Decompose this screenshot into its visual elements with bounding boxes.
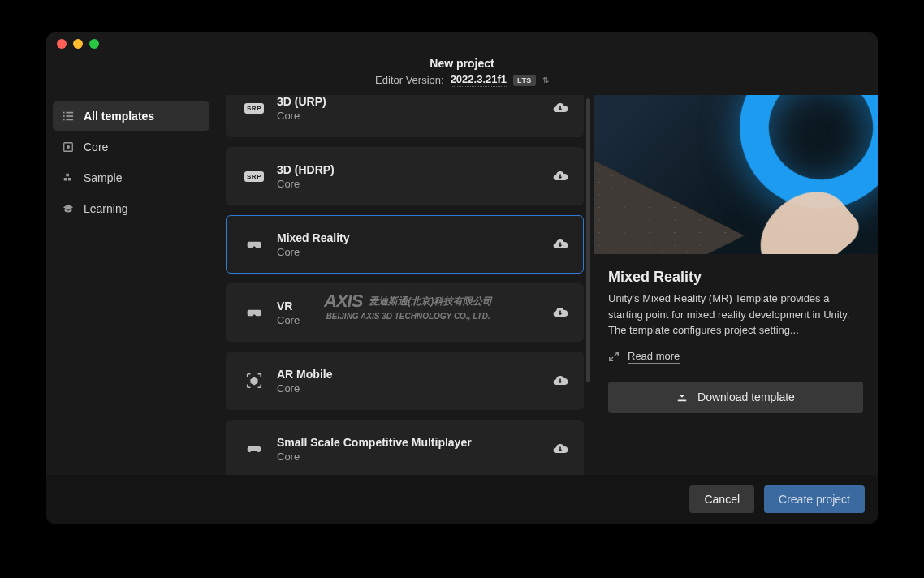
sidebar: All templates Core Sample Learning <box>46 95 216 475</box>
template-category: Core <box>277 314 552 326</box>
download-template-button[interactable]: Download template <box>608 382 863 413</box>
window-maximize-button[interactable] <box>89 39 99 49</box>
editor-version-selector[interactable]: Editor Version: 2022.3.21f1 LTS ⇅ <box>46 73 878 87</box>
square-dot-icon <box>63 141 74 153</box>
titlebar <box>46 32 878 55</box>
srp-icon: SRP <box>238 160 270 192</box>
template-category: Core <box>277 451 552 463</box>
template-title: 3D (HDRP) <box>277 163 552 176</box>
cloud-download-icon <box>552 304 568 321</box>
svg-rect-10 <box>68 178 71 181</box>
list-icon <box>63 110 74 122</box>
scrollbar-thumb[interactable] <box>586 98 590 382</box>
cloud-download-icon <box>552 100 568 116</box>
window-minimize-button[interactable] <box>73 39 83 49</box>
template-card-ar-mobile[interactable]: AR Mobile Core <box>226 352 584 410</box>
template-category: Core <box>277 178 552 190</box>
template-title: VR <box>277 300 552 313</box>
window-title: New project <box>46 57 878 70</box>
download-button-label: Download template <box>697 390 795 403</box>
srp-icon: SRP <box>238 95 270 124</box>
sidebar-item-label: All templates <box>84 110 154 123</box>
sidebar-item-learning[interactable]: Learning <box>53 194 209 223</box>
svg-rect-0 <box>63 112 65 114</box>
svg-rect-3 <box>66 115 73 117</box>
detail-panel: Mixed Reality Unity's Mixed Reality (MR)… <box>594 95 878 475</box>
gamepad-icon <box>238 433 270 465</box>
sidebar-item-label: Sample <box>84 171 122 184</box>
sidebar-item-sample[interactable]: Sample <box>53 163 209 192</box>
read-more-link[interactable]: Read more <box>628 350 680 364</box>
footer: Cancel Create project <box>46 475 878 524</box>
sidebar-item-all-templates[interactable]: All templates <box>53 101 209 131</box>
create-project-button[interactable]: Create project <box>764 485 865 513</box>
template-title: AR Mobile <box>277 368 552 381</box>
template-card-multiplayer[interactable]: Small Scale Competitive Multiplayer Core <box>226 420 584 475</box>
cloud-download-icon <box>552 373 568 389</box>
svg-rect-8 <box>66 174 69 177</box>
blocks-icon <box>63 172 74 183</box>
detail-hero-image <box>594 95 878 254</box>
template-card-3d-hdrp[interactable]: SRP 3D (HDRP) Core <box>226 147 584 205</box>
sidebar-item-label: Core <box>84 140 108 153</box>
ar-cube-icon <box>238 364 270 397</box>
download-icon <box>676 390 688 404</box>
svg-rect-9 <box>64 178 67 181</box>
lts-badge: LTS <box>513 75 536 86</box>
template-card-3d-urp[interactable]: SRP 3D (URP) Core <box>226 95 584 137</box>
window-close-button[interactable] <box>57 39 67 49</box>
template-category: Core <box>277 246 552 258</box>
graduation-cap-icon <box>63 203 74 214</box>
template-category: Core <box>277 110 552 122</box>
template-category: Core <box>277 382 552 395</box>
template-card-vr[interactable]: VR Core AXIS 爱迪斯通(北京)科技有限公司 BEIJING AXIS… <box>226 283 584 342</box>
expand-icon <box>608 351 620 362</box>
detail-description: Unity's Mixed Reality (MR) Template prov… <box>608 291 863 339</box>
sidebar-item-label: Learning <box>84 202 128 215</box>
cloud-download-icon <box>552 236 568 252</box>
cloud-download-icon <box>552 441 568 457</box>
svg-rect-5 <box>66 119 73 121</box>
content: All templates Core Sample Learning <box>46 95 878 475</box>
cancel-button[interactable]: Cancel <box>689 485 754 513</box>
editor-version-label: Editor Version: <box>375 74 444 86</box>
header: New project Editor Version: 2022.3.21f1 … <box>46 55 878 95</box>
chevron-up-down-icon: ⇅ <box>542 77 549 84</box>
headset-icon <box>238 296 270 329</box>
svg-rect-1 <box>66 112 73 114</box>
template-card-mixed-reality[interactable]: Mixed Reality Core <box>226 215 584 274</box>
template-list[interactable]: SRP 3D (URP) Core SRP 3D (HDRP) <box>216 95 594 475</box>
headset-icon <box>238 228 270 261</box>
detail-title: Mixed Reality <box>608 269 863 286</box>
template-title: Small Scale Competitive Multiplayer <box>277 436 552 449</box>
editor-version-value: 2022.3.21f1 <box>451 73 507 87</box>
svg-point-7 <box>67 146 70 149</box>
template-title: Mixed Reality <box>277 231 552 244</box>
new-project-window: New project Editor Version: 2022.3.21f1 … <box>46 32 878 524</box>
template-title: 3D (URP) <box>277 95 552 108</box>
sidebar-item-core[interactable]: Core <box>53 132 209 162</box>
svg-rect-2 <box>63 115 65 117</box>
cloud-download-icon <box>552 168 568 184</box>
template-list-inner: SRP 3D (URP) Core SRP 3D (HDRP) <box>226 95 584 475</box>
svg-rect-4 <box>63 119 65 121</box>
